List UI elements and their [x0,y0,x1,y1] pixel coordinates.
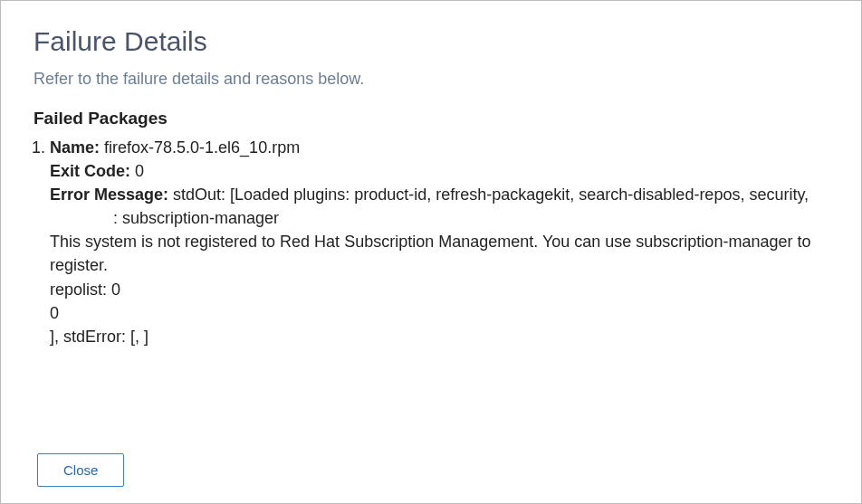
failed-package-item: Name: firefox-78.5.0-1.el6_10.rpm Exit C… [50,136,828,348]
error-message-line4: repolist: 0 [50,278,828,301]
dialog-title: Failure Details [34,26,828,57]
exit-code-label: Exit Code: [50,162,135,180]
package-name-value: firefox-78.5.0-1.el6_10.rpm [104,138,300,157]
error-message-label: Error Message: [50,185,173,204]
exit-code-value: 0 [135,162,144,180]
error-message-line2: subscription-manager [122,209,279,227]
package-item-body: Exit Code: 0 Error Message: stdOut: [Loa… [50,159,828,348]
failure-details-dialog: Failure Details Refer to the failure det… [0,0,862,504]
failed-packages-heading: Failed Packages [34,109,828,128]
error-line2-indent: : [50,206,122,230]
dialog-subtitle: Refer to the failure details and reasons… [34,70,828,89]
error-message-line6: ], stdError: [, ] [50,325,828,348]
error-message-line5: 0 [50,301,828,325]
name-label: Name: [50,138,104,157]
close-button[interactable]: Close [37,453,124,487]
error-message-line3: This system is not registered to Red Hat… [50,230,828,277]
error-message-line1: stdOut: [Loaded plugins: product-id, ref… [173,185,809,204]
failed-packages-list: Name: firefox-78.5.0-1.el6_10.rpm Exit C… [34,136,828,348]
dialog-footer: Close [37,453,124,487]
